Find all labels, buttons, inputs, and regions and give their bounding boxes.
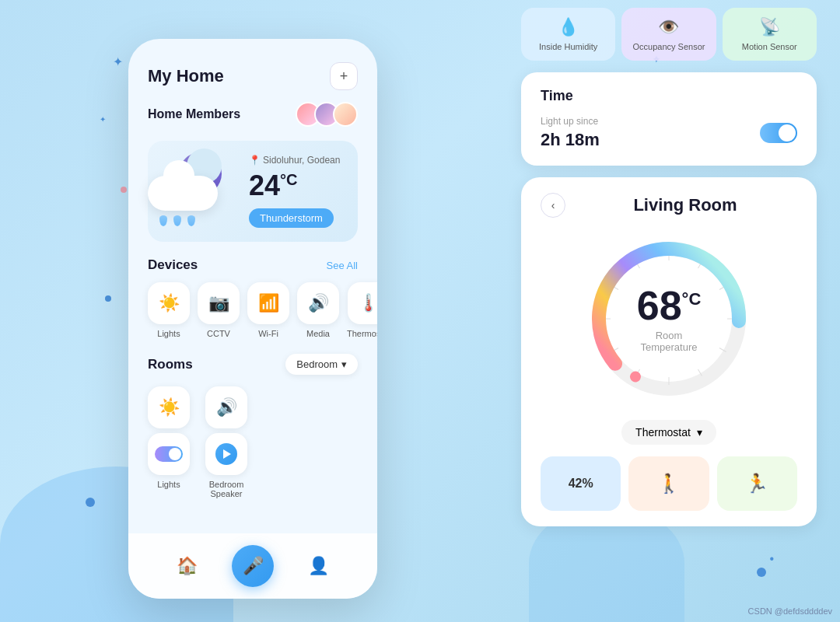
room-lights-icon[interactable]: ☀️ [148, 386, 190, 428]
thermostat-dropdown-arrow: ▾ [697, 426, 702, 439]
sparkle-2: ✦ [100, 115, 106, 124]
motion-bottom-icon: 🏃 [745, 473, 768, 494]
weather-badge: Thunderstorm [249, 208, 334, 228]
device-thermostat: 🌡️ Thermostat [347, 282, 377, 338]
wifi-icon-circle[interactable]: 📶 [247, 282, 289, 324]
device-lights: ☀️ Lights [148, 282, 190, 338]
motion-bottom-sensor: 🏃 [717, 456, 797, 511]
rain-drop-3 [187, 215, 195, 226]
home-title: My Home [148, 66, 224, 86]
devices-header: Devices See All [148, 257, 358, 273]
profile-nav-icon[interactable]: 👤 [308, 556, 329, 576]
gauge-center: 68°C Room Temperature [626, 285, 712, 353]
room-speaker-icon[interactable]: 🔊 [205, 386, 247, 428]
sparkle-4: • [769, 552, 774, 566]
weather-temp: 24°C [249, 169, 344, 202]
devices-title: Devices [148, 257, 198, 273]
header-row: My Home + [148, 62, 358, 90]
room-items: ☀️ Lights 🔊 BedroomSpeaker [148, 386, 358, 498]
members-row: Home Members [148, 102, 358, 127]
lights-icon-circle[interactable]: ☀️ [148, 282, 190, 324]
lr-header: ‹ Living Room [541, 193, 797, 218]
mic-button[interactable]: 🎤 [232, 545, 274, 587]
room-lights-toggle[interactable] [148, 433, 190, 475]
dot-3 [757, 568, 766, 577]
phone-content: My Home + Home Members [128, 39, 377, 533]
right-panel: 💧 Inside Humidity 👁️ Occupancy Sensor 📡 … [521, 0, 817, 526]
thermostat-dropdown[interactable]: Thermostat ▾ [621, 420, 716, 445]
media-icon-circle[interactable]: 🔊 [297, 282, 339, 324]
weather-card: 📍 Time Sidoluhur, Godean 24°C Thundersto… [148, 141, 358, 242]
temp-unit: °C [280, 171, 297, 188]
temp-value: 24 [249, 169, 280, 201]
play-button[interactable] [215, 443, 237, 465]
cctv-label: CCTV [207, 329, 230, 338]
rain-drop-1 [159, 215, 167, 226]
add-button[interactable]: + [330, 62, 358, 90]
humidity-bottom-sensor: 42% [541, 456, 621, 511]
bottom-sensors: 42% 🚶 🏃 [541, 456, 797, 511]
gauge-wrapper: 68°C Room Temperature [583, 233, 754, 404]
time-card-title: Time [541, 88, 797, 104]
room-play-btn[interactable] [205, 433, 247, 475]
lights-toggle-switch[interactable] [155, 446, 183, 462]
occupancy-icon: 👁️ [658, 17, 679, 37]
room-speaker-label: BedroomSpeaker [209, 480, 244, 498]
rain-drop-2 [173, 215, 181, 226]
gauge-label: Room Temperature [626, 330, 712, 353]
watermark: CSDN @defdsddddev [748, 606, 832, 616]
gauge-unit: °C [682, 289, 702, 309]
dot-2 [86, 498, 95, 507]
media-label: Media [306, 329, 330, 338]
humidity-icon: 💧 [558, 17, 579, 37]
light-up-since-label: Light up since [541, 116, 600, 127]
bottom-nav: 🏠 🎤 👤 [128, 533, 377, 599]
room-selected: Bedroom [296, 358, 338, 370]
time-card: Time Light up since 2h 18m [521, 72, 817, 166]
phone-left: My Home + Home Members [128, 39, 377, 599]
thermostat-dropdown-label: Thermostat [635, 426, 691, 439]
pink-dot-1 [121, 187, 127, 193]
device-wifi: 📶 Wi-Fi [247, 282, 289, 338]
thermostat-row: Thermostat ▾ [541, 420, 797, 445]
play-icon [223, 449, 231, 459]
dot-1 [105, 295, 111, 302]
device-cctv: 📷 CCTV [198, 282, 240, 338]
wifi-label: Wi-Fi [258, 329, 278, 338]
cloud-bump [163, 160, 194, 191]
cctv-icon-circle[interactable]: 📷 [198, 282, 240, 324]
thermostat-label: Thermostat [347, 329, 377, 338]
motion-icon: 📡 [759, 17, 780, 37]
home-nav-icon[interactable]: 🏠 [177, 556, 198, 576]
humidity-value: 42% [569, 477, 593, 491]
location-pin-icon: 📍 [249, 155, 261, 166]
time-row: Light up since 2h 18m [541, 116, 797, 150]
rooms-header: Rooms Bedroom ▾ [148, 354, 358, 375]
weather-icon-area [140, 145, 249, 238]
living-room-card: ‹ Living Room [521, 177, 817, 526]
person-bottom-sensor: 🚶 [628, 456, 709, 511]
occupancy-label: Occupancy Sensor [633, 42, 705, 51]
time-toggle[interactable] [760, 123, 797, 143]
members-label: Home Members [148, 107, 240, 121]
devices-grid: ☀️ Lights 📷 CCTV 📶 Wi-Fi 🔊 Media 🌡️ Ther… [148, 282, 358, 338]
cloud-icon [148, 176, 218, 226]
avatars [296, 102, 358, 127]
living-room-title: Living Room [573, 195, 797, 215]
see-all-button[interactable]: See All [327, 260, 358, 271]
humidity-label: Inside Humidity [539, 42, 597, 51]
room-dropdown[interactable]: Bedroom ▾ [285, 354, 358, 375]
lights-label: Lights [157, 329, 180, 338]
weather-location: 📍 Time Sidoluhur, Godean [249, 155, 344, 166]
back-button[interactable]: ‹ [541, 193, 565, 218]
rooms-title: Rooms [148, 357, 193, 372]
motion-sensor-card: 📡 Motion Sensor [723, 8, 817, 61]
time-info: Light up since 2h 18m [541, 116, 600, 150]
sparkle-1: ✦ [113, 54, 123, 69]
location-name: Sidoluhur, Godean [263, 155, 340, 166]
room-lights-device: ☀️ Lights [148, 386, 190, 498]
thermostat-icon-circle[interactable]: 🌡️ [348, 282, 377, 324]
gauge-container: 68°C Room Temperature [541, 233, 797, 404]
temp-number: 68 [637, 283, 682, 328]
gauge-temp: 68°C [626, 285, 712, 326]
